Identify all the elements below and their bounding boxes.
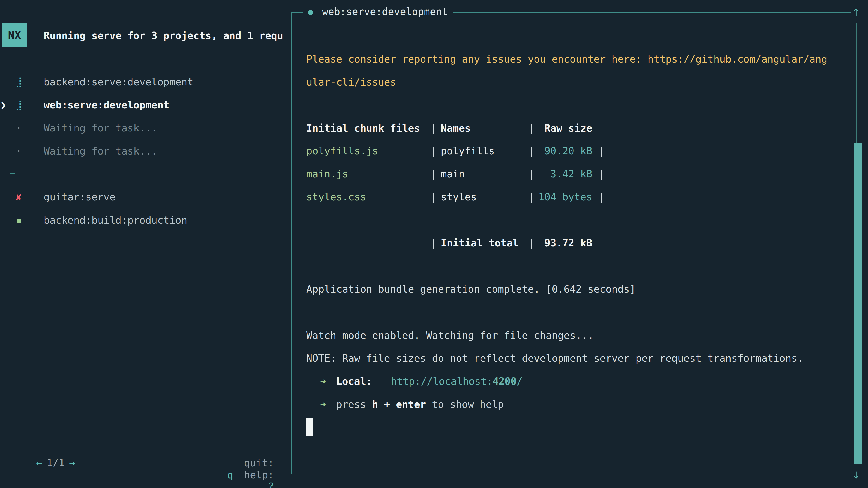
task-label-selected: web:serve:development [43, 99, 169, 111]
task-label: backend:serve:development [43, 76, 193, 88]
arrow-icon: ➜ [320, 376, 326, 387]
issue-notice-line1: Please consider reporting any issues you… [306, 53, 827, 65]
terminal-cursor [306, 418, 313, 436]
chunk-file: styles.css [306, 191, 366, 203]
task-item-backend-build[interactable]: ▪ backend:build:production [0, 215, 289, 227]
pagination: ←1/1→ [12, 445, 75, 481]
spinner-icon: ⣸ [13, 76, 24, 88]
page-indicator: 1/1 [46, 457, 64, 468]
scrollbar-thumb[interactable] [854, 143, 862, 464]
task-item-backend-serve[interactable]: ⣸ backend:serve:development [0, 76, 289, 89]
help-hint-text: press h + enter to show help [336, 398, 504, 410]
table-header-row: Initial chunk files | Names | Raw size [0, 123, 868, 135]
scroll-up-icon[interactable]: ↑ [852, 4, 860, 20]
pipe: | [431, 145, 437, 157]
help-label: help: [244, 469, 274, 481]
pipe: | [598, 191, 604, 203]
running-bullet-icon: ● [308, 7, 313, 17]
success-square-icon: ▪ [13, 215, 24, 226]
chunk-name: polyfills [441, 145, 495, 157]
table-row: polyfills.js | polyfills | 90.20 kB | [0, 145, 868, 158]
scroll-down-icon[interactable]: ↓ [852, 466, 860, 482]
help-key: ? [268, 481, 274, 488]
local-server-line: ➜ Local: http://localhost:4200/ [0, 376, 868, 388]
scrollbar-track[interactable] [856, 24, 860, 143]
bundle-complete-message: Application bundle generation complete. … [306, 283, 636, 295]
arrow-icon: ➜ [320, 398, 326, 410]
table-row: styles.css | styles | 104 bytes | [0, 191, 868, 204]
chunk-size: 3.42 kB [533, 168, 592, 180]
pipe: | [431, 168, 437, 180]
page-title: Running serve for 3 projects, and 1 requ [43, 30, 283, 42]
chunk-file: polyfills.js [306, 145, 378, 157]
table-row: main.js | main | 3.42 kB | [0, 168, 868, 181]
help-hint-line: ➜ press h + enter to show help [0, 398, 868, 411]
raw-size-note: NOTE: Raw file sizes do not reflect deve… [306, 352, 803, 364]
panel-title: ● web:serve:development [303, 6, 453, 18]
chunk-size: 90.20 kB [533, 145, 592, 157]
col-header-names: Names [441, 123, 471, 134]
total-label: Initial total [441, 237, 519, 249]
task-label: backend:build:production [43, 215, 187, 226]
watch-mode-message: Watch mode enabled. Watching for file ch… [306, 330, 594, 341]
nx-logo-badge: NX [2, 24, 27, 47]
chunk-size: 104 bytes [533, 191, 592, 203]
table-total-row: | Initial total | 93.72 kB [0, 237, 868, 250]
pipe: | [431, 191, 437, 203]
local-label: Local: [336, 376, 372, 387]
nx-terminal-ui: NX Running serve for 3 projects, and 1 r… [0, 0, 868, 488]
pipe: | [598, 168, 604, 180]
issue-notice-line2: ular-cli/issues [306, 76, 396, 88]
chunk-name: styles [441, 191, 477, 203]
chunk-file: main.js [306, 168, 348, 180]
quit-key: q [227, 469, 233, 481]
next-page-arrow[interactable]: → [69, 457, 75, 468]
quit-label: quit: [244, 457, 274, 468]
panel-title-text: web:serve:development [322, 6, 448, 18]
col-header-files: Initial chunk files [306, 123, 420, 134]
local-server-url[interactable]: http://localhost:4200/ [391, 376, 523, 387]
pipe: | [431, 123, 437, 134]
col-header-size: Raw size [533, 123, 592, 134]
prev-page-arrow[interactable]: ← [36, 457, 42, 468]
total-size: 93.72 kB [533, 237, 592, 249]
pipe: | [598, 145, 604, 157]
task-item-web-serve[interactable]: ⣸ web:serve:development [0, 99, 289, 112]
pipe: | [431, 237, 437, 249]
chunk-name: main [441, 168, 465, 180]
spinner-icon: ⣸ [13, 99, 24, 111]
keyboard-shortcuts: quit: qhelp: ? [181, 445, 274, 488]
